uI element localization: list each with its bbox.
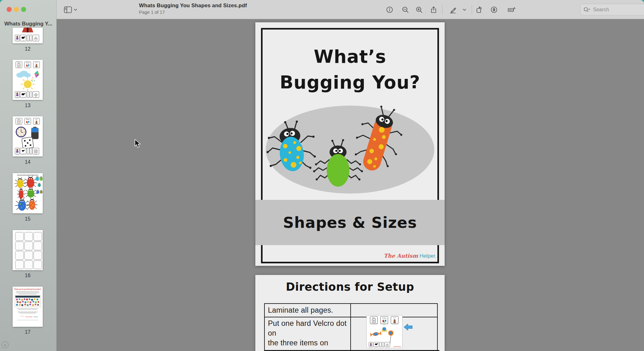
zoom-in-icon: [415, 6, 423, 14]
page-thumbnail-12[interactable]: Oh no! A big bug on the triangle: [13, 28, 43, 43]
setup-step-1: Laminate all pages.: [265, 304, 351, 317]
mini-card-label: A small bug: [21, 153, 25, 154]
sidebar-header: Whats Bugging Y...: [0, 21, 57, 27]
arrow-left-icon: [404, 324, 413, 331]
setup-step-2: Put one hard Velcro dot on the three ite…: [265, 317, 351, 351]
zoom-out-button[interactable]: [399, 4, 411, 16]
document-title: Whats Bugging You Shapes and Sizes.pdf: [139, 3, 247, 9]
mini-card-label: diamond: [35, 97, 38, 97]
preview-window: Whats Bugging Y... Oh no! A big bug on: [0, 0, 644, 351]
mini-card-label: Oh no!: [16, 40, 19, 41]
page-number-label: 14: [13, 159, 43, 165]
thumb-thanks-title: Thank you for purchasing this product!: [14, 288, 41, 290]
sidebar: Whats Bugging Y... Oh no! A big bug on: [0, 0, 57, 351]
pen-nib-circle-icon: [490, 6, 498, 14]
share-icon: [430, 6, 437, 14]
mini-card-label: Oh no!: [370, 346, 372, 347]
page-thumbnail-15[interactable]: [13, 173, 43, 213]
sign-button[interactable]: [488, 4, 500, 16]
toolbar-divider: [472, 5, 472, 14]
cover-title-line1: What’s: [255, 44, 445, 69]
mini-card-label: triangle: [35, 40, 37, 41]
directions-page: Directions for Setup Laminate all pages.…: [255, 275, 445, 351]
directions-title: Directions for Setup: [255, 281, 445, 293]
markup-pencil-icon: [449, 6, 457, 14]
mini-card-label: the: [383, 346, 384, 346]
mini-card-label: A big bug: [22, 40, 25, 41]
add-page-button[interactable]: +: [2, 341, 8, 348]
autism-helper-logo: The Autism Helper.: [384, 253, 436, 259]
table-row: Laminate all pages.: [265, 304, 437, 317]
form-autofill-icon: [508, 6, 516, 14]
zoom-out-icon: [402, 6, 409, 14]
logo-the-autism: The Autism: [384, 253, 418, 259]
mini-card-label: square: [35, 153, 37, 154]
cover-page: What’s Bugging You?: [255, 22, 445, 266]
page-number-label: 16: [13, 273, 43, 278]
search-icon: [583, 6, 591, 13]
document-title-block: Whats Bugging You Shapes and Sizes.pdf P…: [139, 3, 247, 15]
chevron-down-icon: [463, 8, 466, 11]
mini-card-label: A big bug: [375, 346, 377, 347]
page-thumbnail-16[interactable]: [13, 230, 43, 270]
page-number-label: 13: [13, 103, 43, 108]
sidebar-toggle-icon: [64, 6, 72, 14]
thumb-logo-plain: Helper.: [34, 316, 38, 318]
mini-card-label: on: [380, 346, 381, 346]
page-thumbnail-14[interactable]: Oh no! A small bug on the square: [13, 116, 43, 156]
sidebar-toggle-button[interactable]: [62, 4, 79, 16]
page-number-label: 17: [13, 329, 43, 335]
share-button[interactable]: [428, 4, 440, 16]
close-button[interactable]: [7, 7, 12, 12]
page-thumbnail-13[interactable]: Oh no! A big bug on the diamond: [13, 60, 43, 100]
logo-helper: Helper.: [419, 253, 436, 259]
cover-banner: Shapes & Sizes: [255, 200, 445, 245]
rotate-icon: [475, 6, 483, 14]
mini-card-label: Oh no!: [16, 97, 19, 97]
cover-title-line2: Bugging You?: [255, 69, 445, 95]
document-scroll-area[interactable]: What’s Bugging You?: [57, 19, 644, 351]
mini-card-label: Oh no!: [16, 153, 19, 154]
page-indicator: Page 1 of 17: [139, 10, 247, 15]
toolbar: Whats Bugging You Shapes and Sizes.pdf P…: [57, 0, 644, 19]
markup-button[interactable]: [447, 4, 459, 16]
bug-illustration: [255, 101, 445, 198]
markup-chevron-button[interactable]: [460, 4, 469, 16]
thumb-logo-script: The Autism: [25, 316, 32, 318]
zoom-window-button[interactable]: [21, 7, 26, 12]
plus-icon: +: [4, 342, 7, 348]
page-thumbnail-17[interactable]: Thank you for purchasing this product! T…: [13, 287, 43, 327]
mini-card-label: A big bug: [22, 96, 25, 97]
setup-step-1-figure: [351, 304, 437, 317]
info-icon: [386, 6, 393, 14]
page-number-label: 15: [13, 216, 43, 222]
minimize-button[interactable]: [14, 7, 19, 12]
table-row: Put one hard Velcro dot on the three ite…: [265, 317, 437, 351]
zoom-in-button[interactable]: [413, 4, 425, 16]
autofill-button[interactable]: [506, 4, 518, 16]
sidebar-chevron-icon: [74, 8, 77, 11]
search-field[interactable]: [580, 4, 644, 15]
cover-title: What’s Bugging You?: [255, 44, 445, 95]
info-button[interactable]: [384, 4, 396, 16]
mini-setup-figure: Oh no! A big bug on the triangle: [366, 315, 402, 348]
search-input[interactable]: [592, 7, 644, 13]
rotate-button[interactable]: [473, 4, 485, 16]
mini-card-label: triangle: [386, 346, 388, 347]
page-number-label: 12: [13, 46, 43, 52]
toolbar-divider: [442, 5, 442, 14]
